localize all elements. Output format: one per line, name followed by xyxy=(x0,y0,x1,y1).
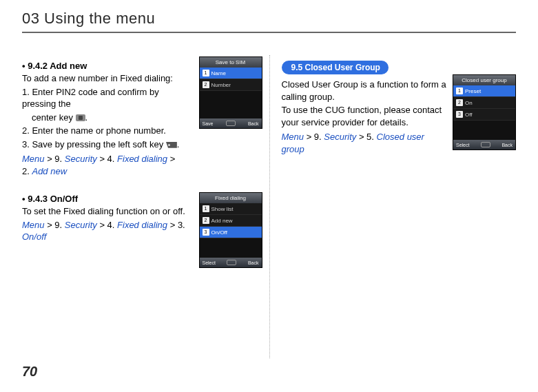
step-3: 3. Save by pressing the left soft key . xyxy=(22,138,194,151)
section-add-new: 9.4.2 Add new To add a new number in Fix… xyxy=(22,61,262,177)
nav-sep: > 4. xyxy=(97,154,117,164)
nav-sep: > 9. xyxy=(304,132,324,142)
cug-p1: Closed User Group is a function to form … xyxy=(282,79,447,103)
nav-sep: > 4. xyxy=(97,220,117,230)
softkey-right-label: Back xyxy=(248,121,259,126)
row-num-icon: 1 xyxy=(456,87,463,94)
phone-titlebar: Save to SIM xyxy=(200,57,262,68)
nav-path-9-4-2: Menu > 9. Security > 4. Fixed dialing > … xyxy=(22,153,194,177)
phone-row-on: 2 On xyxy=(453,97,515,109)
phone-row-number: 2 Number xyxy=(200,79,262,91)
row-num-icon: 2 xyxy=(203,81,209,88)
phone-screenshot-fixed-dialing: Fixed dialing 1 Show list 2 Add new 3 On… xyxy=(199,192,262,268)
phone-screenshot-cug: Closed user group 1 Preset 2 On 3 Off Se… xyxy=(453,74,516,150)
phone-row-preset: 1 Preset xyxy=(453,85,515,97)
step-1-period: . xyxy=(85,112,88,123)
nav-menu: Menu xyxy=(282,132,304,142)
nav-sep: > 5. xyxy=(356,132,376,142)
step-1-line1: 1. Enter PIN2 code and confirm by pressi… xyxy=(22,86,194,110)
nav-sep: > xyxy=(167,154,175,164)
nav-path-cug: Menu > 9. Security > 5. Closed user grou… xyxy=(282,131,447,155)
row-num-icon: 3 xyxy=(456,111,463,118)
center-key-icon xyxy=(76,114,85,121)
phone-spacer xyxy=(453,121,515,140)
phone-softbar: Select Back xyxy=(200,258,262,267)
page-number: 70 xyxy=(22,364,37,380)
row-num-icon: 1 xyxy=(203,205,209,212)
row-label: On xyxy=(465,100,473,106)
phone-titlebar: Closed user group xyxy=(453,75,515,85)
nav-security: Security xyxy=(324,132,356,142)
softkey-right-label: Back xyxy=(248,260,259,265)
cug-p2: To use the CUG function, please contact … xyxy=(282,104,447,128)
row-label: Name xyxy=(211,70,226,76)
nav-sep: > 3. xyxy=(167,220,185,230)
softkey-left-label: Select xyxy=(456,143,469,147)
nav-onoff: On/off xyxy=(22,231,46,242)
section-cug: 9.5 Closed User Group Closed User Group … xyxy=(282,61,517,155)
row-label: Add new xyxy=(211,218,233,224)
left-column: 9.4.2 Add new To add a new number in Fix… xyxy=(22,61,269,260)
phone-spacer xyxy=(200,238,262,258)
softkey-center-icon xyxy=(226,121,236,126)
phone-spacer xyxy=(200,91,262,118)
right-column: 9.5 Closed User Group Closed User Group … xyxy=(269,61,517,260)
phone-softbar: Save Back xyxy=(200,118,262,128)
phone-screenshot-save-to-sim: Save to SIM 1 Name 2 Number Save Back xyxy=(199,56,262,129)
phone-softbar: Select Back xyxy=(453,140,515,149)
softkey-right-label: Back xyxy=(501,143,513,147)
nav-sep: > 9. xyxy=(45,220,65,230)
left-softkey-icon xyxy=(166,142,177,148)
row-num-icon: 2 xyxy=(203,217,209,224)
nav-fixed: Fixed dialing xyxy=(117,154,167,164)
step-3-period: . xyxy=(177,139,180,149)
nav-fixed: Fixed dialing xyxy=(117,220,167,230)
step-1-line2: center key . xyxy=(22,112,194,124)
row-label: Preset xyxy=(465,88,481,94)
title-rule xyxy=(22,32,516,33)
row-label: Show list xyxy=(211,206,234,212)
phone-row-off: 3 Off xyxy=(453,109,515,121)
nav-2: 2. xyxy=(22,166,32,176)
section-on-off: 9.4.3 On/Off To set the Fixed dialing fu… xyxy=(22,194,262,243)
nav-security: Security xyxy=(65,220,97,230)
row-num-icon: 2 xyxy=(456,99,463,106)
phone-row-addnew: 2 Add new xyxy=(200,215,262,227)
row-label: Number xyxy=(211,82,231,88)
softkey-center-icon xyxy=(227,260,236,265)
phone-titlebar: Fixed dialing xyxy=(200,193,262,203)
intro-9-4-2: To add a new number in Fixed dialing: xyxy=(22,72,194,85)
page-title: 03 Using the menu xyxy=(22,10,516,28)
heading-9-4-2: 9.4.2 Add new xyxy=(22,61,194,71)
step-2: 2. Enter the name or phone number. xyxy=(22,125,194,137)
phone-row-name: 1 Name xyxy=(200,68,262,79)
nav-menu: Menu xyxy=(22,220,45,230)
step-3-text: 3. Save by pressing the left soft key xyxy=(22,139,163,149)
section-chip-9-5: 9.5 Closed User Group xyxy=(282,61,389,74)
phone-row-onoff: 3 On/Off xyxy=(200,227,262,238)
row-num-icon: 1 xyxy=(203,70,209,76)
nav-security: Security xyxy=(65,154,97,164)
step-1-text: center key xyxy=(32,112,73,123)
row-label: Off xyxy=(465,112,473,118)
nav-menu: Menu xyxy=(22,154,45,164)
intro-9-4-3: To set the Fixed dialing function on or … xyxy=(22,205,201,218)
softkey-left-label: Select xyxy=(203,260,216,265)
row-label: On/Off xyxy=(211,229,227,236)
row-num-icon: 3 xyxy=(203,229,209,236)
nav-addnew: Add new xyxy=(32,166,67,176)
softkey-left-label: Save xyxy=(203,121,214,126)
heading-9-4-3: 9.4.3 On/Off xyxy=(22,194,201,204)
content-columns: 9.4.2 Add new To add a new number in Fix… xyxy=(22,61,516,260)
nav-path-9-4-3: Menu > 9. Security > 4. Fixed dialing > … xyxy=(22,219,201,243)
phone-row-showlist: 1 Show list xyxy=(200,203,262,215)
softkey-center-icon xyxy=(481,142,490,147)
nav-sep: > 9. xyxy=(45,154,65,164)
